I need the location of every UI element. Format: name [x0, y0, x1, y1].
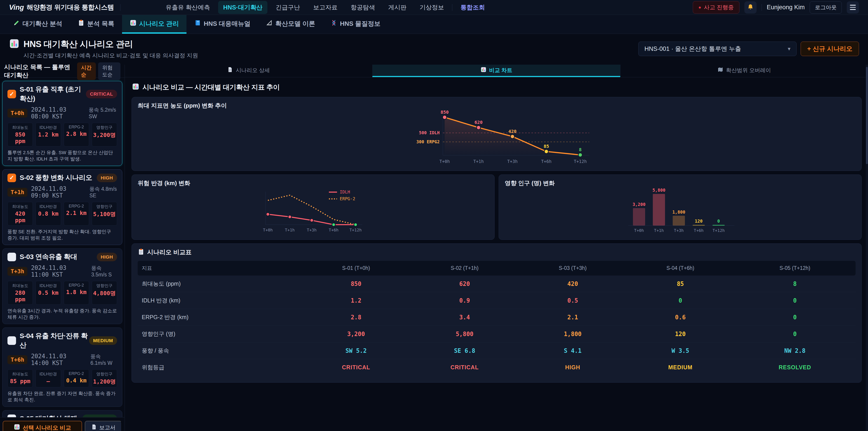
scenario-checkbox[interactable]: ✓ — [7, 90, 16, 98]
report-button[interactable]: 보고서 — [85, 421, 122, 431]
nav-item-항공탐색[interactable]: 항공탐색 — [346, 1, 380, 14]
scrollbar[interactable] — [866, 65, 868, 431]
tab-확산모델 이론[interactable]: 확산모델 이론 — [258, 15, 323, 34]
stat-label: 영향인구 — [93, 204, 116, 209]
stat-cell: 영향인구4,800명 — [92, 281, 117, 305]
stat-cell: 최대농도85 ppm — [7, 369, 33, 388]
chart-icon — [130, 20, 136, 28]
document-icon — [91, 424, 97, 431]
metric-value: 620 — [410, 276, 519, 292]
concentration-chart-panel: 최대 지표면 농도 (ppm) 변화 추이 500 IDLH300 ERPG28… — [131, 97, 862, 171]
metric-value: 0.6 — [627, 309, 734, 326]
scenario-checkbox[interactable]: ✓ — [7, 174, 16, 182]
new-scenario-button[interactable]: + 신규 시나리오 — [801, 41, 859, 56]
tab-HNS 물질정보[interactable]: HNS 물질정보 — [323, 15, 388, 34]
svg-text:0: 0 — [717, 219, 720, 223]
stat-cell: IDLH반경0.5 km — [35, 281, 61, 305]
scenario-card[interactable]: ✓S-02 풍향 변화 시나리오HIGHT+1h2024.11.03 09:00… — [2, 169, 122, 245]
nav-item-기상정보[interactable]: 기상정보 — [414, 1, 449, 14]
nav-item-게시판[interactable]: 게시판 — [383, 1, 411, 14]
nav-item-통합조회[interactable]: 통합조회 — [456, 1, 490, 14]
notifications-button[interactable] — [744, 1, 756, 13]
column-header-scenario: S-04 (T+6h) — [627, 261, 734, 276]
stat-value: 0.8 km — [37, 210, 60, 217]
population-bar-chart: 3,200T+0h5,800T+1h1,800T+3h120T+6h0T+12h — [505, 187, 856, 235]
nav-item-유출유 확산예측[interactable]: 유출유 확산예측 — [161, 1, 215, 14]
table-row: 영향인구 (명)3,2005,8001,8001200 — [138, 326, 856, 342]
wind-info: 풍속 6.1m/s W — [90, 353, 117, 366]
incident-select-value: HNS-001 · 울산 온산항 톨루엔 누출 — [645, 45, 741, 53]
clipboard-icon — [138, 248, 145, 256]
stat-value: – — [37, 378, 60, 384]
nav-item-HNS·대기확산[interactable]: HNS·대기확산 — [218, 1, 268, 14]
time-offset-badge: T+3h — [7, 267, 27, 276]
metric-value: 5,800 — [410, 326, 519, 342]
scenario-card[interactable]: S-05 대기확산 해제RESOLVEDT+12h2024.11.03 20:0… — [2, 410, 122, 417]
scenario-checkbox[interactable] — [7, 253, 16, 261]
metric-value: CRITICAL — [410, 359, 519, 376]
topbar-right: ● 사고 진행중 Eunjeong Kim 로그아웃 — [693, 1, 859, 13]
svg-text:T+3h: T+3h — [507, 159, 518, 164]
stat-value: 3,200명 — [93, 131, 116, 139]
main-tab-비교 차트[interactable]: 비교 차트 — [372, 65, 620, 77]
column-header-scenario: S-01 (T+0h) — [302, 261, 410, 276]
scenario-datetime: 2024.11.03 08:00 KST — [31, 106, 85, 120]
nav-item-보고자료[interactable]: 보고자료 — [308, 1, 342, 14]
scenario-checkbox[interactable] — [7, 414, 16, 418]
nav-item-긴급구난[interactable]: 긴급구난 — [271, 1, 305, 14]
hamburger-icon — [850, 5, 856, 10]
stat-label: 최대농도 — [8, 204, 32, 209]
logout-button[interactable]: 로그아웃 — [810, 1, 842, 13]
scenario-title: S-05 대기확산 해제 — [20, 414, 82, 417]
tab-대기확산 분석[interactable]: 대기확산 분석 — [5, 15, 70, 34]
tab-분석 목록[interactable]: 분석 목록 — [70, 15, 122, 34]
chart-title: 영향 인구 (명) 변화 — [505, 179, 856, 187]
user-name: Eunjeong Kim — [767, 4, 805, 11]
comparison-table-panel: 시나리오 비교표 지표S-01 (T+0h)S-02 (T+1h)S-03 (T… — [131, 243, 862, 382]
scrollbar-thumb[interactable] — [866, 67, 868, 164]
topbar: Ving 해양환경 위기대응 통합시스템 유출유 확산예측HNS·대기확산긴급구… — [0, 0, 868, 15]
svg-text:T+3h: T+3h — [307, 227, 316, 232]
scenario-card[interactable]: S-04 유출 차단·잔류 확산MEDIUMT+6h2024.11.03 14:… — [2, 328, 122, 407]
svg-text:5,800: 5,800 — [652, 188, 665, 192]
scenario-sidebar: 시나리오 목록 — 톨루엔 대기확산 시간순 위험도순 ✓S-01 유출 직후 … — [0, 65, 125, 431]
risk-badge: CRITICAL — [86, 90, 117, 98]
metric-label: 최대농도 (ppm) — [138, 276, 302, 292]
stat-value: 1.8 km — [65, 289, 88, 296]
svg-text:T+12h: T+12h — [349, 227, 362, 232]
page-title: HNS 대기확산 시나리오 관리 — [24, 38, 198, 50]
metric-value: S 4.1 — [519, 342, 626, 359]
stat-value: 1.2 km — [37, 131, 60, 138]
tab-HNS 대응매뉴얼[interactable]: HNS 대응매뉴얼 — [186, 15, 258, 34]
time-offset-badge: T+0h — [7, 109, 27, 118]
chevron-down-icon: ▾ — [788, 45, 790, 52]
scenario-card[interactable]: ✓S-01 유출 직후 (초기 확산)CRITICALT+0h2024.11.0… — [2, 81, 122, 166]
clipboard-icon — [78, 20, 85, 28]
scenario-card[interactable]: S-03 연속유출 확대HIGHT+3h2024.11.03 11:00 KST… — [2, 248, 122, 324]
metric-value: 2.1 — [519, 309, 626, 326]
time-offset-badge: T+6h — [7, 355, 27, 364]
main-tab-시나리오 상세[interactable]: 시나리오 상세 — [125, 65, 372, 77]
metric-value: 0 — [734, 326, 856, 342]
bell-icon — [747, 4, 754, 11]
compare-scenarios-button[interactable]: 선택 시나리오 비교 — [3, 421, 82, 431]
metric-value: 0.9 — [410, 292, 519, 309]
map-icon — [717, 67, 723, 74]
report-label: 보고서 — [99, 424, 116, 431]
wind-info: 풍속 3.5m/s S — [91, 265, 117, 278]
sort-by-time-button[interactable]: 시간순 — [77, 62, 96, 80]
svg-text:T+0h: T+0h — [439, 159, 450, 164]
svg-text:T+12h: T+12h — [712, 228, 725, 233]
stat-cell: 영향인구3,200명 — [92, 123, 117, 147]
incident-select[interactable]: HNS-001 · 울산 온산항 톨루엔 누출 ▾ — [638, 41, 797, 56]
main-tab-확산범위 오버레이[interactable]: 확산범위 오버레이 — [620, 65, 868, 77]
scenario-datetime: 2024.11.03 09:00 KST — [31, 185, 86, 199]
scenario-checkbox[interactable] — [7, 336, 16, 345]
tab-시나리오 관리[interactable]: 시나리오 관리 — [122, 15, 187, 34]
sort-by-risk-button[interactable]: 위험도순 — [98, 62, 121, 80]
menu-button[interactable] — [847, 1, 859, 13]
column-header-scenario: S-03 (T+3h) — [519, 261, 626, 276]
status-dot-icon: ● — [699, 5, 701, 10]
stat-cell: ERPG-22.1 km — [64, 202, 89, 225]
table-row: 풍향 / 풍속SW 5.2SE 6.8S 4.1W 3.5NW 2.8 — [138, 342, 856, 359]
